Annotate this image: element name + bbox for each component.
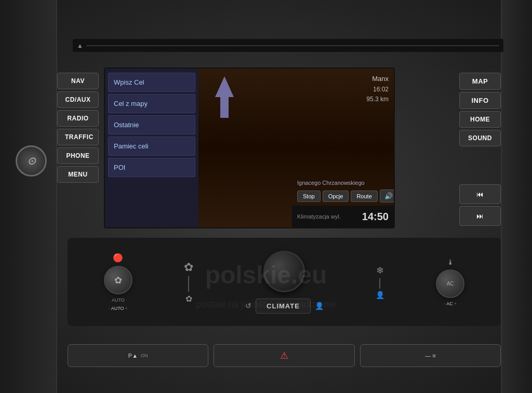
map-button[interactable]: MAP [459, 73, 501, 90]
ac-icon: AC [447, 281, 454, 287]
eta-time: 16:02 [366, 85, 389, 94]
left-button-panel: NAV CD/AUX RADIO TRAFFIC PHONE MENU [57, 73, 99, 183]
next-track-button[interactable]: ⏭ [459, 206, 501, 226]
action-buttons-row: Stop Opcje Route 🔊 [295, 189, 394, 202]
radio-button[interactable]: RADIO [57, 110, 99, 127]
main-screen: Wpisz Cel Cel z mapy Ostatnie Pamiec cel… [104, 67, 395, 228]
right-climate-group: 🌡 AC -AC+ [436, 258, 464, 306]
nav-item-ostatnie[interactable]: Ostatnie [108, 115, 195, 134]
right-icons-group: ❄ 👤 [376, 265, 384, 299]
cd-slot: ▲ [73, 39, 503, 52]
bottom-buttons-row: P▲ ON ⚠ — ≡ [68, 344, 501, 367]
traffic-button[interactable]: TRAFFIC [57, 129, 99, 145]
nav-item-pamiec-celi[interactable]: Pamiec celi [108, 137, 195, 156]
left-panel [0, 0, 57, 393]
home-button[interactable]: HOME [459, 111, 501, 128]
fan-icon-left: ✿ [114, 275, 122, 286]
rear-defrost-icon: 🌡 [447, 258, 454, 266]
hazard-button[interactable]: ⚠ [214, 344, 354, 367]
nav-button[interactable]: NAV [57, 73, 99, 89]
right-button-panel: MAP INFO HOME SOUND [459, 73, 501, 146]
fan-icon-small: ✿ [185, 294, 192, 304]
speaker-button[interactable]: 🔊 [380, 189, 395, 202]
defrost-icon: ❄ [376, 265, 384, 276]
direction-arrow [214, 76, 235, 120]
screen-bottom-bar: Klimatyzacja wyl. 14:50 [292, 206, 394, 227]
cdaux-button[interactable]: CD/AUX [57, 91, 99, 108]
phone-button[interactable]: PHONE [57, 147, 99, 164]
climate-center-group: ↺ CLIMATE 👤 [245, 251, 324, 314]
separator2 [379, 278, 380, 289]
auto-label: AUTO [112, 297, 125, 303]
center-volume-knob[interactable] [263, 251, 305, 292]
fan-knob-left[interactable]: ✿ [104, 266, 132, 294]
street-name: Ignacego Chrzanowskiego [295, 180, 394, 186]
parking-icon: P▲ [128, 353, 138, 359]
parking-button[interactable]: P▲ ON [68, 344, 208, 367]
map-top-info: Manx 16:02 95.3 km [366, 74, 389, 104]
separator [188, 276, 189, 292]
recirculate-icon: ↺ [245, 302, 251, 310]
parking-on-label: ON [141, 353, 148, 358]
wiper-icon: — ≡ [425, 353, 435, 359]
fan-icon: ✿ [184, 261, 193, 274]
menu-button[interactable]: MENU [57, 166, 99, 183]
hazard-triangle-icon: ⚠ [280, 350, 288, 361]
nav-item-wpisz-cel[interactable]: Wpisz Cel [108, 73, 195, 92]
remaining-distance: 95.3 km [366, 94, 389, 104]
temp-knob-right[interactable]: AC [436, 269, 464, 298]
prev-track-button[interactable]: ⏮ [459, 184, 501, 204]
info-button[interactable]: INFO [459, 92, 501, 109]
brand-logo: ⊙ [16, 145, 47, 177]
system-clock: 14:50 [362, 211, 389, 223]
nav-menu: Wpisz Cel Cel z mapy Ostatnie Pamiec cel… [105, 69, 198, 227]
route-button[interactable]: Route [351, 191, 377, 202]
svg-marker-0 [215, 76, 234, 118]
climate-button[interactable]: CLIMATE [256, 299, 311, 314]
nav-item-cel-z-mapy[interactable]: Cel z mapy [108, 94, 195, 113]
person-icon: 👤 [315, 302, 324, 310]
wiper-button[interactable]: — ≡ [360, 344, 501, 367]
temp-right-controls: -AC+ [444, 301, 457, 306]
map-display: Manx 16:02 95.3 km Ignacego Chrzanowskie… [198, 69, 394, 227]
opcje-button[interactable]: Opcje [323, 191, 349, 202]
left-climate-group: 🔴 ✿ AUTO -AUTO+ [104, 253, 132, 311]
nav-item-poi[interactable]: POI [108, 158, 195, 177]
person-icon2: 👤 [376, 291, 384, 299]
stop-button[interactable]: Stop [297, 191, 321, 202]
right-panel [501, 0, 532, 393]
climate-icons-row: ↺ CLIMATE 👤 [245, 299, 324, 314]
destination-city: Manx [366, 74, 389, 85]
eject-icon[interactable]: ▲ [77, 42, 83, 49]
max-warning-icon: 🔴 [113, 253, 123, 263]
speaker-icon: 🔊 [384, 192, 393, 200]
climate-status: Klimatyzacja wyl. [297, 213, 341, 220]
sound-button[interactable]: SOUND [459, 130, 501, 146]
media-controls: ⏮ ⏭ [459, 184, 501, 226]
cd-line [86, 45, 499, 46]
fan-icon-group: ✿ ✿ [184, 261, 193, 304]
temp-minus-plus: -AUTO+ [109, 306, 128, 311]
climate-controls-area: 🔴 ✿ AUTO -AUTO+ ✿ ✿ ↺ CLIMATE 👤 ❄ 👤 🌡 AC [68, 238, 501, 326]
